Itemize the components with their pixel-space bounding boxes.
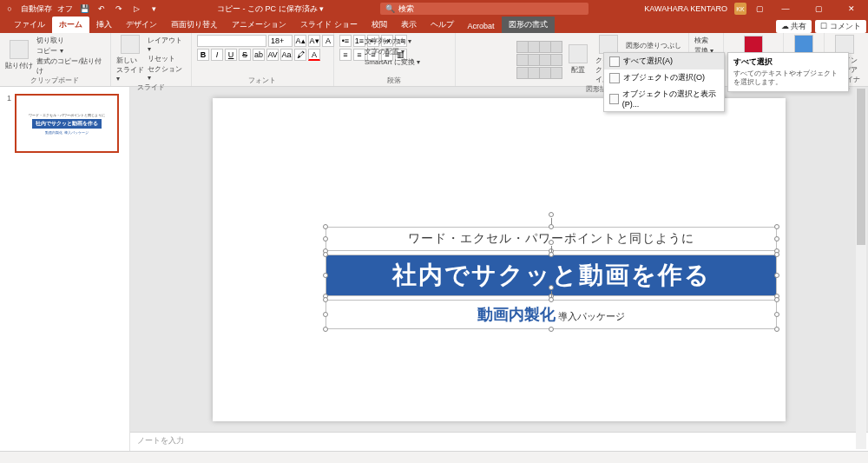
numbering-button[interactable]: 1≡ [353, 35, 365, 47]
handle-icon[interactable] [323, 224, 328, 229]
notes-pane[interactable]: ノートを入力 [130, 432, 868, 451]
slide-canvas[interactable]: ワード・エクセル・パワーポイントと同じように 社内でサクッと動画を作る [213, 98, 786, 421]
thumb-line2: 社内でサクッと動画を作る [32, 119, 102, 129]
title-bar: ○ 自動保存 オフ 💾 ↶ ↷ ▷ ▾ コピー - この PC に保存済み ▾ … [0, 0, 868, 17]
handle-icon[interactable] [323, 273, 328, 278]
handle-icon[interactable] [774, 327, 779, 332]
increase-font-icon[interactable]: A▴ [294, 35, 306, 47]
case-button[interactable]: Aa [280, 49, 293, 61]
ribbon-options-icon[interactable]: ▢ [753, 3, 766, 15]
align-text-button[interactable]: 文字の配置 ▾ [365, 47, 420, 56]
tooltip-title: すべて選択 [733, 56, 843, 68]
italic-button[interactable]: I [211, 49, 223, 61]
handle-icon[interactable] [774, 224, 779, 229]
find-button[interactable]: 検索 [694, 36, 718, 45]
section-button[interactable]: セクション ▾ [148, 64, 186, 82]
slide-text-line3a: 動画内製化 [477, 306, 556, 323]
tab-view[interactable]: 表示 [394, 17, 424, 33]
highlight-button[interactable]: 🖍 [294, 49, 306, 61]
handle-icon[interactable] [323, 312, 328, 317]
qat-more-icon[interactable]: ▾ [148, 3, 160, 15]
bullets-button[interactable]: •≡ [339, 35, 352, 47]
handle-icon[interactable] [774, 273, 779, 278]
handle-icon[interactable] [774, 252, 779, 257]
handle-icon[interactable] [323, 327, 328, 332]
copy-button[interactable]: コピー ▾ [36, 46, 104, 56]
layout-button[interactable]: レイアウト ▾ [148, 36, 186, 53]
spacing-button[interactable]: AV [266, 49, 279, 61]
select-all-tooltip: すべて選択 すべてのテキストやオブジェクトを選択します。 [727, 52, 849, 92]
maximize-button[interactable]: ▢ [806, 0, 832, 17]
document-name[interactable]: コピー - この PC に保存済み ▾ [217, 3, 324, 15]
menu-selection-pane[interactable]: オブジェクトの選択と表示(P)... [604, 86, 724, 111]
slide-thumbnail-1[interactable]: ワード・エクセル・パワーポイントと同じように 社内でサクッと動画を作る 動画内製… [15, 94, 119, 153]
tab-acrobat[interactable]: Acrobat [461, 19, 502, 33]
align-center-icon[interactable]: ≡ [353, 49, 365, 61]
font-color-button[interactable]: A [308, 49, 320, 61]
search-box[interactable]: 🔍 検索 [380, 3, 589, 15]
close-button[interactable]: ✕ [838, 0, 865, 17]
strike-button[interactable]: S [239, 49, 251, 61]
autosave-toggle[interactable]: ○ [3, 3, 16, 15]
tab-insert[interactable]: 挿入 [89, 17, 119, 33]
new-slide-button[interactable]: 新しい スライド ▾ [116, 35, 144, 83]
handle-icon[interactable] [774, 297, 779, 302]
rotate-handle-icon[interactable] [549, 285, 554, 290]
format-painter-button[interactable]: 書式のコピー/貼り付け [36, 56, 104, 76]
vertical-scrollbar[interactable] [856, 89, 866, 449]
text-direction-button[interactable]: 文字列の方向 ▾ [365, 36, 420, 46]
user-name[interactable]: KAWAHARA KENTARO [644, 4, 727, 13]
tab-home[interactable]: ホーム [52, 17, 89, 33]
tab-shape-format[interactable]: 図形の書式 [502, 17, 555, 33]
cut-button[interactable]: 切り取り [36, 36, 104, 45]
tab-transitions[interactable]: 画面切り替え [164, 17, 225, 33]
smartart-button[interactable]: SmartArt に変換 ▾ [365, 57, 420, 67]
handle-icon[interactable] [549, 252, 554, 257]
shadow-button[interactable]: ab [253, 49, 265, 61]
tab-review[interactable]: 校閲 [365, 17, 394, 33]
handle-icon[interactable] [323, 252, 328, 257]
bold-button[interactable]: B [197, 49, 209, 61]
tab-help[interactable]: ヘルプ [424, 17, 461, 33]
decrease-font-icon[interactable]: A▾ [308, 35, 320, 47]
rotate-handle-icon[interactable] [549, 240, 554, 245]
selected-shapes-group[interactable]: ワード・エクセル・パワーポイントと同じように 社内でサクッと動画を作る [326, 227, 777, 333]
menu-select-objects[interactable]: オブジェクトの選択(O) [604, 69, 724, 86]
align-left-icon[interactable]: ≡ [339, 49, 352, 61]
handle-icon[interactable] [323, 297, 328, 302]
tab-animations[interactable]: アニメーション [225, 17, 293, 33]
handle-icon[interactable] [549, 327, 554, 332]
group-font: A▴ A▾ A B I U S ab AV Aa 🖍 A フォント [192, 33, 334, 86]
tab-file[interactable]: ファイル [7, 17, 52, 33]
scrollbar-thumb[interactable] [857, 89, 865, 245]
font-name-select[interactable] [197, 35, 266, 47]
rotate-handle-icon[interactable] [549, 212, 554, 217]
share-button[interactable]: ☁ 共有 [776, 20, 812, 33]
reset-button[interactable]: リセット [148, 54, 186, 63]
handle-icon[interactable] [549, 297, 554, 302]
slide-edit-area[interactable]: ワード・エクセル・パワーポイントと同じように 社内でサクッと動画を作る [130, 87, 868, 451]
textbox-line3[interactable]: 動画内製化 導入パッケージ [326, 300, 777, 329]
minimize-button[interactable]: — [773, 0, 799, 17]
handle-icon[interactable] [549, 224, 554, 229]
slideshow-start-icon[interactable]: ▷ [130, 3, 142, 15]
handle-icon[interactable] [774, 312, 779, 317]
redo-icon[interactable]: ↷ [113, 3, 125, 15]
menu-select-all[interactable]: すべて選択(A) [604, 53, 724, 69]
paste-button[interactable]: 貼り付け [5, 40, 33, 70]
slide-thumbnail-pane[interactable]: 1 ワード・エクセル・パワーポイントと同じように 社内でサクッと動画を作る 動画… [0, 87, 130, 451]
font-size-select[interactable] [268, 35, 293, 47]
shapes-gallery[interactable] [516, 41, 561, 79]
arrange-button[interactable]: 配置 [564, 44, 592, 75]
select-dropdown-menu: すべて選択(A) オブジェクトの選択(O) オブジェクトの選択と表示(P)... [603, 52, 725, 112]
comments-button[interactable]: ☐ コメント [815, 20, 866, 33]
underline-button[interactable]: U [225, 49, 237, 61]
handle-icon[interactable] [774, 236, 779, 241]
handle-icon[interactable] [323, 236, 328, 241]
user-avatar[interactable]: KK [734, 3, 746, 15]
tab-design[interactable]: デザイン [119, 17, 164, 33]
tab-slideshow[interactable]: スライド ショー [293, 17, 365, 33]
clear-format-icon[interactable]: A [322, 35, 334, 47]
save-icon[interactable]: 💾 [78, 3, 90, 15]
undo-icon[interactable]: ↶ [95, 3, 108, 15]
